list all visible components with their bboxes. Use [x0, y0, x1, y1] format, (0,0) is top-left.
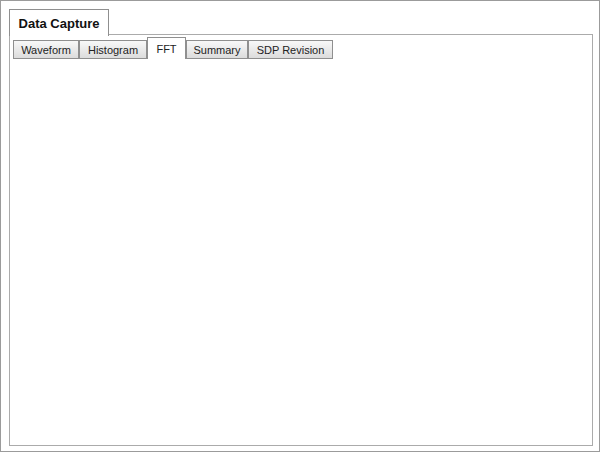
tab-summary[interactable]: Summary: [186, 40, 248, 59]
tab-data-capture[interactable]: Data Capture: [9, 9, 109, 36]
app-window: Data Capture Waveform Histogram FFT Summ…: [0, 0, 600, 452]
tab-sdp-revision[interactable]: SDP Revision: [248, 40, 333, 59]
tab-waveform[interactable]: Waveform: [13, 40, 79, 59]
tab-page: [9, 34, 593, 446]
tab-fft[interactable]: FFT: [147, 37, 186, 59]
tab-histogram[interactable]: Histogram: [79, 40, 147, 59]
